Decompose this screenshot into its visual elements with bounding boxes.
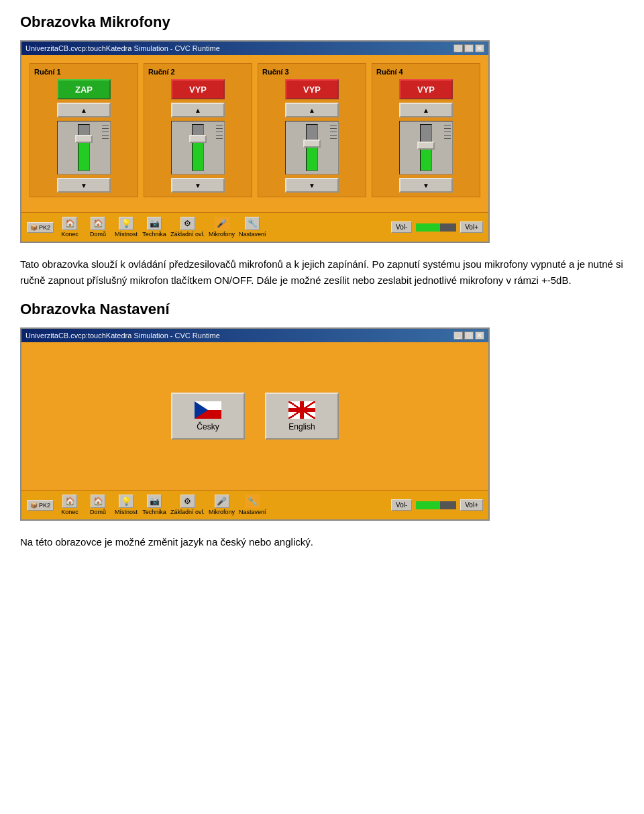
- nastaveni-vol-plus-button[interactable]: Vol+: [460, 499, 483, 511]
- mic4-down-button[interactable]: ▼: [399, 178, 453, 193]
- flag-cz-blue: [195, 401, 208, 419]
- nastaveni-toolbar-technika[interactable]: 📷 Technika: [142, 495, 166, 515]
- mic4-slider-thumb[interactable]: [417, 142, 435, 150]
- uk-flag-icon: [288, 401, 315, 419]
- nastaveni-technika-label: Technika: [142, 509, 166, 515]
- mic1-up-button[interactable]: ▲: [57, 103, 111, 117]
- mic3-down-button[interactable]: ▼: [285, 178, 339, 193]
- nastaveni-toolbar-domu[interactable]: 🏠 Domů: [86, 495, 110, 515]
- mic3-slider-thumb[interactable]: [303, 140, 321, 148]
- mic1-slider: [57, 121, 111, 174]
- nastaveni-pk2-icon: 📦: [30, 502, 38, 509]
- scale-line: [216, 135, 223, 136]
- mic3-slider-track: [306, 124, 318, 171]
- czech-flag-icon: [195, 401, 221, 419]
- mikrofony-toolbar: 📦 PK2 🏠 Konec 🏠 Domů 💡 Místnost 📷 Techni…: [21, 212, 488, 242]
- mikrofony-description: Tato obrazovka slouží k ovládání předzes…: [20, 256, 624, 289]
- maximize-button[interactable]: □: [464, 44, 474, 52]
- scale-line: [216, 138, 223, 139]
- mic1-slider-track: [78, 124, 90, 171]
- nastaveni-toolbar-zakladni[interactable]: ⚙ Základní ovl.: [170, 495, 205, 515]
- nastaveni-pk2-button[interactable]: 📦 PK2: [27, 500, 54, 511]
- nastaveni-toolbar: 📦 PK2 🏠 Konec 🏠 Domů 💡 Místnost 📷 Techni…: [21, 490, 488, 519]
- nastaveni-vol-minus-button[interactable]: Vol-: [391, 499, 412, 511]
- english-label: English: [288, 422, 315, 431]
- mic1-slider-thumb[interactable]: [75, 135, 93, 143]
- toolbar-konec[interactable]: 🏠 Konec: [58, 217, 82, 238]
- nastaveni-mistnost-label: Místnost: [115, 509, 138, 515]
- technika-label: Technika: [142, 231, 166, 238]
- domu-icon: 🏠: [91, 217, 105, 230]
- toolbar-mistnost[interactable]: 💡 Místnost: [114, 217, 138, 238]
- volume-bar: [416, 223, 456, 232]
- nastaveni-icon: 🔧: [245, 217, 260, 230]
- section1-title: Obrazovka Mikrofony: [20, 13, 624, 31]
- toolbar-technika[interactable]: 📷 Technika: [142, 217, 166, 238]
- scale-line: [102, 128, 109, 129]
- scale-line: [444, 138, 451, 139]
- mic2-scale: [216, 125, 223, 139]
- mic4-up-button[interactable]: ▲: [399, 103, 453, 117]
- mic2-toggle-button[interactable]: VYP: [171, 79, 225, 99]
- vol-plus-button[interactable]: Vol+: [460, 221, 483, 233]
- close-button[interactable]: ✕: [475, 44, 484, 52]
- scale-line: [216, 125, 223, 125]
- mic4-slider-fill: [421, 148, 431, 170]
- nastaveni-konec-label: Konec: [61, 509, 78, 515]
- mic2-up-button[interactable]: ▲: [171, 103, 225, 117]
- cesky-label: Česky: [197, 422, 219, 431]
- mikrofony-titlebar: UniverzitaCB.cvcp:touchKatedra Simulatio…: [21, 42, 488, 55]
- scale-line: [444, 132, 451, 132]
- scale-line: [330, 132, 337, 132]
- domu-label: Domů: [90, 231, 106, 238]
- pk2-button[interactable]: 📦 PK2: [27, 222, 54, 233]
- nastaveni-titlebar: UniverzitaCB.cvcp:touchKatedra Simulatio…: [21, 329, 488, 342]
- mic4-toggle-button[interactable]: VYP: [399, 79, 453, 99]
- mic-channel-2: Ruční 2 VYP ▲ ▼: [144, 63, 252, 197]
- nastaveni-minimize-button[interactable]: _: [453, 332, 463, 340]
- nastaveni-maximize-button[interactable]: □: [464, 332, 474, 340]
- mic-channel-4: Ruční 4 VYP ▲ ▼: [372, 63, 480, 197]
- mic4-slider: [399, 121, 453, 174]
- nastaveni-toolbar-konec[interactable]: 🏠 Konec: [58, 495, 82, 515]
- scale-line: [102, 135, 109, 136]
- nastaveni-content: Česky English: [21, 342, 488, 490]
- mic1-scale: [102, 125, 109, 139]
- mic2-slider: [171, 121, 225, 174]
- volume-fill: [416, 223, 440, 232]
- mic3-up-button[interactable]: ▲: [285, 103, 339, 117]
- nastaveni-toolbar-nastaveni[interactable]: 🔧 Nastavení: [239, 495, 266, 515]
- minimize-button[interactable]: _: [453, 44, 463, 52]
- nastaveni-toolbar-mistnost[interactable]: 💡 Místnost: [114, 495, 138, 515]
- nastaveni-mikrofony-icon: 🎤: [215, 495, 229, 508]
- scale-line: [444, 128, 451, 129]
- nastaveni-label: Nastavení: [239, 231, 266, 238]
- toolbar-nastaveni[interactable]: 🔧 Nastavení: [239, 217, 266, 238]
- scale-line: [444, 125, 451, 125]
- pk2-label: PK2: [39, 224, 50, 231]
- nastaveni-close-button[interactable]: ✕: [475, 332, 484, 340]
- nastaveni-technika-icon: 📷: [147, 495, 162, 508]
- mic1-down-button[interactable]: ▼: [57, 178, 111, 193]
- nastaveni-zakladni-label: Základní ovl.: [170, 509, 205, 515]
- toolbar-mikrofony[interactable]: 🎤 Mikrofony: [209, 217, 235, 238]
- zakladni-icon: ⚙: [180, 217, 195, 230]
- mikrofony-window: UniverzitaCB.cvcp:touchKatedra Simulatio…: [20, 40, 490, 243]
- mic3-toggle-button[interactable]: VYP: [285, 79, 339, 99]
- mic4-label: Ruční 4: [376, 68, 403, 76]
- vol-minus-button[interactable]: Vol-: [391, 221, 412, 233]
- mic1-toggle-button[interactable]: ZAP: [57, 79, 111, 99]
- english-button[interactable]: English: [265, 393, 339, 440]
- nastaveni-toolbar-mikrofony[interactable]: 🎤 Mikrofony: [209, 495, 235, 515]
- scale-line: [330, 138, 337, 139]
- toolbar-zakladni[interactable]: ⚙ Základní ovl.: [170, 217, 205, 238]
- scale-line: [102, 138, 109, 139]
- mic2-down-button[interactable]: ▼: [171, 178, 225, 193]
- mic3-slider-fill: [307, 146, 317, 170]
- cesky-button[interactable]: Česky: [171, 393, 245, 440]
- mikrofony-content: Ruční 1 ZAP ▲ ▼: [21, 55, 488, 212]
- nastaveni-volume-bar: [416, 501, 456, 509]
- scale-line: [216, 128, 223, 129]
- toolbar-domu[interactable]: 🏠 Domů: [86, 217, 110, 238]
- mic2-slider-thumb[interactable]: [189, 135, 207, 143]
